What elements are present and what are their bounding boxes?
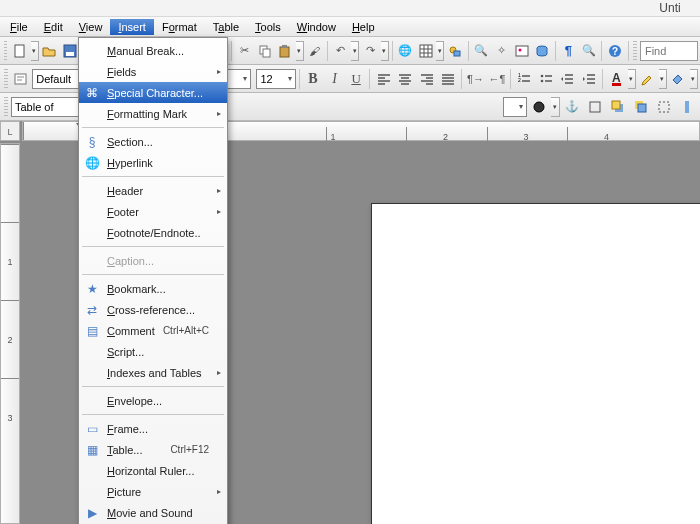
font-size-combo[interactable]: 12▾ (256, 69, 295, 89)
help-button[interactable]: ? (605, 40, 624, 62)
menu-window[interactable]: Window (289, 19, 344, 35)
menu-item-table[interactable]: ▦Table...Ctrl+F12 (79, 439, 227, 460)
paste-button[interactable] (276, 40, 295, 62)
svg-rect-8 (282, 45, 287, 48)
menu-table[interactable]: Table (205, 19, 247, 35)
paste-dropdown[interactable]: ▾ (296, 41, 304, 61)
menu-item-formatting-mark[interactable]: Formatting Mark▸ (79, 103, 227, 124)
copy-button[interactable] (255, 40, 274, 62)
menu-tools[interactable]: Tools (247, 19, 289, 35)
italic-button[interactable]: I (324, 68, 345, 90)
menu-item-footer[interactable]: Footer▸ (79, 201, 227, 222)
toolbar-separator (327, 41, 328, 61)
cut-button[interactable]: ✂ (235, 40, 254, 62)
menu-item-movie-and-sound[interactable]: ▶Movie and Sound (79, 502, 227, 523)
menu-item-label: Special Character... (107, 87, 203, 99)
zoom-button[interactable]: 🔍 (579, 40, 598, 62)
send-back-button[interactable] (630, 96, 652, 118)
table-name-value: Table of (15, 101, 54, 113)
toolbar-grip[interactable] (4, 97, 8, 117)
menu-item-fields[interactable]: Fields▸ (79, 61, 227, 82)
numbered-list-button[interactable]: 12 (514, 68, 535, 90)
align-right-button[interactable] (416, 68, 437, 90)
toolbar-grip[interactable] (4, 69, 8, 89)
styles-window-button[interactable] (11, 68, 32, 90)
underline-button[interactable]: U (346, 68, 367, 90)
menu-item-comment[interactable]: ▤CommentCtrl+Alt+C (79, 320, 227, 341)
menu-item-hyperlink[interactable]: 🌐Hyperlink (79, 152, 227, 173)
menu-format[interactable]: Format (154, 19, 205, 35)
new-document-button[interactable] (10, 40, 29, 62)
decrease-indent-button[interactable] (557, 68, 578, 90)
bring-front-button[interactable] (607, 96, 629, 118)
data-sources-button[interactable] (532, 40, 551, 62)
menu-item-script[interactable]: Script... (79, 341, 227, 362)
menu-view[interactable]: View (71, 19, 111, 35)
ltr-button[interactable]: ¶→ (465, 68, 486, 90)
menu-item-header[interactable]: Header▸ (79, 180, 227, 201)
increase-indent-button[interactable] (579, 68, 600, 90)
font-color-button[interactable]: A (606, 68, 627, 90)
bold-button[interactable]: B (303, 68, 324, 90)
toolbar-grip[interactable] (633, 41, 636, 61)
open-button[interactable] (40, 40, 59, 62)
menu-item-envelope[interactable]: Envelope... (79, 390, 227, 411)
menu-item-picture[interactable]: Picture▸ (79, 481, 227, 502)
rtl-button[interactable]: ←¶ (487, 68, 508, 90)
redo-dropdown[interactable]: ▾ (381, 41, 389, 61)
find-replace-button[interactable]: 🔍 (471, 40, 490, 62)
toolbar-grip[interactable] (4, 41, 7, 61)
menu-item-special-character[interactable]: ⌘Special Character... (79, 82, 227, 103)
menu-item-cross-reference[interactable]: ⇄Cross-reference... (79, 299, 227, 320)
undo-button[interactable]: ↶ (331, 40, 350, 62)
highlight-button[interactable] (637, 68, 658, 90)
svg-rect-12 (516, 46, 528, 56)
menu-help[interactable]: Help (344, 19, 383, 35)
navigator-button[interactable]: ✧ (492, 40, 511, 62)
highlight-dropdown[interactable]: ▾ (659, 69, 667, 89)
menu-item-horizontal-ruler[interactable]: Horizontal Ruler... (79, 460, 227, 481)
circle-color-button[interactable] (528, 96, 550, 118)
find-toolbar-input[interactable] (640, 41, 698, 61)
align-left-button[interactable] (373, 68, 394, 90)
insert-table-button[interactable] (416, 40, 435, 62)
align-center-button[interactable] (395, 68, 416, 90)
menu-item-frame[interactable]: ▭Frame... (79, 418, 227, 439)
hyperlink-button[interactable]: 🌐 (396, 40, 415, 62)
undo-dropdown[interactable]: ▾ (351, 41, 359, 61)
redo-button[interactable]: ↷ (360, 40, 379, 62)
menu-insert[interactable]: Insert (110, 19, 154, 35)
line-style-combo[interactable]: ▾ (503, 97, 527, 117)
svg-rect-29 (685, 101, 689, 113)
bulleted-list-button[interactable] (536, 68, 557, 90)
show-draw-button[interactable] (445, 40, 464, 62)
format-paintbrush-button[interactable]: 🖌 (305, 40, 324, 62)
circle-color-dropdown[interactable]: ▾ (551, 97, 560, 117)
bg-color-dropdown[interactable]: ▾ (690, 69, 698, 89)
table-dropdown[interactable]: ▾ (436, 41, 444, 61)
menu-item-footnote-endnote[interactable]: Footnote/Endnote.. (79, 222, 227, 243)
menu-file[interactable]: File (2, 19, 36, 35)
gallery-button[interactable] (512, 40, 531, 62)
ruler-tick: 3 (1, 378, 19, 456)
menu-item-label: Footer (107, 206, 139, 218)
menu-item-indexes-and-tables[interactable]: Indexes and Tables▸ (79, 362, 227, 383)
justify-button[interactable] (438, 68, 459, 90)
document-page[interactable] (371, 203, 700, 524)
font-color-dropdown[interactable]: ▾ (628, 69, 636, 89)
ruler-tick: 3 (487, 127, 565, 145)
menu-edit[interactable]: Edit (36, 19, 71, 35)
align-objects-button[interactable] (676, 96, 698, 118)
save-button[interactable] (60, 40, 79, 62)
nonprinting-chars-button[interactable]: ¶ (559, 40, 578, 62)
new-document-dropdown[interactable]: ▾ (31, 41, 39, 61)
wrap-button[interactable] (584, 96, 606, 118)
menu-item-bookmark[interactable]: ★Bookmark... (79, 278, 227, 299)
menu-item-section[interactable]: §Section... (79, 131, 227, 152)
paragraph-style-value: Default (36, 73, 71, 85)
bg-color-button[interactable] (668, 68, 689, 90)
vertical-ruler[interactable]: 1 2 3 (0, 143, 20, 524)
anchor-button[interactable]: ⚓ (561, 96, 583, 118)
border-button[interactable] (653, 96, 675, 118)
menu-item-manual-break[interactable]: Manual Break... (79, 40, 227, 61)
